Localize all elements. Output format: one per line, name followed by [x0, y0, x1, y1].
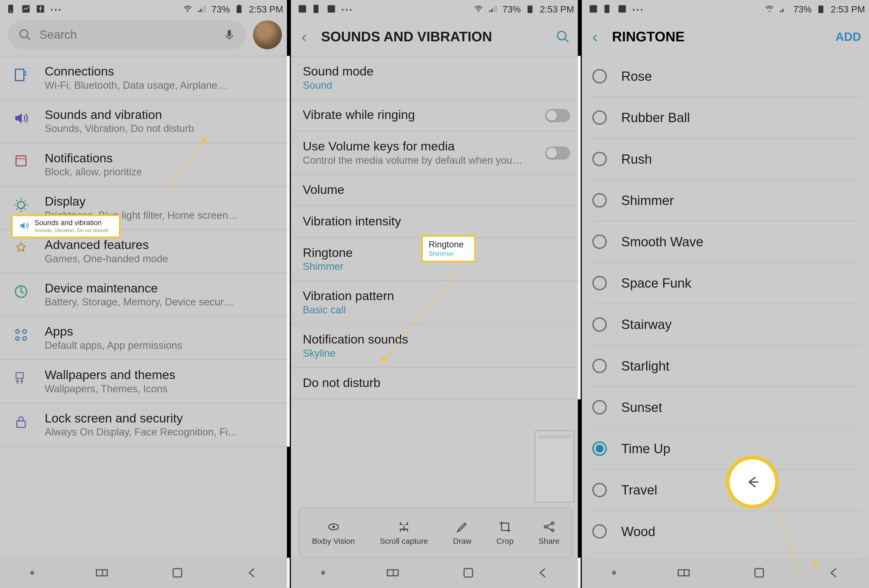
status-icon: [298, 4, 307, 14]
search-icon[interactable]: [556, 30, 570, 44]
radio[interactable]: [592, 110, 607, 125]
svg-rect-32: [495, 6, 497, 12]
apps-icon: [12, 324, 30, 351]
ringtone-option[interactable]: Stairway: [592, 304, 861, 345]
radio[interactable]: [592, 358, 607, 373]
wifi-icon: [473, 4, 483, 14]
recent-apps-icon[interactable]: [95, 566, 110, 580]
callout-sounds: Sounds and vibration Sounds, Vibration, …: [11, 215, 120, 238]
ringtone-option[interactable]: Wood: [592, 511, 861, 552]
status-bar: 73% 2:53 PM: [291, 0, 581, 18]
back-icon[interactable]: [245, 566, 260, 580]
sounds-list[interactable]: Sound modeSoundVibrate while ringingUse …: [291, 56, 581, 400]
svg-point-38: [544, 526, 547, 528]
radio[interactable]: [592, 234, 607, 249]
row-title: Advanced features: [45, 238, 279, 252]
ringtone-option[interactable]: Time Up: [592, 428, 861, 470]
recent-apps-icon[interactable]: [386, 566, 400, 580]
sounds-row[interactable]: Volume: [291, 175, 581, 206]
ringtone-list[interactable]: RoseRubber BallRushShimmerSmooth WaveSpa…: [582, 56, 869, 588]
tool-share[interactable]: Share: [538, 520, 559, 546]
ringtone-option[interactable]: Rubber Ball: [592, 97, 861, 139]
back-icon[interactable]: [827, 566, 841, 580]
sounds-row[interactable]: Notification soundsSkyline: [291, 324, 581, 368]
tool-crop[interactable]: Crop: [497, 520, 514, 546]
toggle[interactable]: [545, 146, 570, 160]
ringtone-label: Smooth Wave: [621, 234, 703, 249]
svg-rect-26: [314, 5, 319, 13]
settings-row-maintenance[interactable]: Device maintenanceBattery, Storage, Memo…: [0, 273, 290, 317]
callout-back-circle: [726, 456, 779, 508]
svg-rect-5: [198, 10, 200, 12]
row-title: Display: [45, 194, 279, 209]
ringtone-label: Rose: [621, 69, 652, 84]
row-title: Connections: [45, 64, 279, 79]
radio[interactable]: [592, 441, 607, 456]
radio[interactable]: [592, 317, 607, 332]
svg-rect-49: [755, 569, 763, 577]
settings-list[interactable]: ConnectionsWi-Fi, Bluetooth, Data usage,…: [0, 56, 290, 447]
home-icon[interactable]: [461, 566, 475, 580]
radio[interactable]: [592, 400, 607, 415]
svg-rect-33: [528, 6, 532, 13]
settings-row-notifications[interactable]: NotificationsBlock, allow, prioritize: [0, 143, 290, 187]
sounds-row[interactable]: Vibration intensity: [291, 206, 581, 238]
row-title: Volume: [303, 182, 570, 197]
back-icon[interactable]: ‹: [592, 28, 598, 46]
row-title: Vibration pattern: [303, 289, 570, 304]
add-button[interactable]: ADD: [835, 30, 861, 44]
svg-rect-44: [618, 5, 626, 13]
radio[interactable]: [592, 524, 607, 539]
ringtone-option[interactable]: Space Funk: [592, 263, 861, 304]
ringtone-option[interactable]: Shimmer: [592, 180, 861, 221]
avatar[interactable]: [253, 21, 282, 49]
search-input[interactable]: Search: [8, 21, 246, 49]
home-icon[interactable]: [170, 566, 184, 580]
ringtone-option[interactable]: Smooth Wave: [592, 221, 861, 263]
sounds-row[interactable]: Do not disturb: [291, 368, 581, 400]
screenshot-toolbar[interactable]: Bixby VisionScroll captureDrawCropShare: [299, 508, 573, 558]
radio[interactable]: [592, 483, 607, 498]
svg-rect-46: [780, 10, 781, 12]
sounds-row[interactable]: Use Volume keys for mediaControl the med…: [291, 131, 581, 175]
sounds-row[interactable]: Vibrate while ringing: [291, 100, 581, 131]
tool-bixby-vision[interactable]: Bixby Vision: [312, 520, 355, 546]
ringtone-label: Time Up: [621, 441, 670, 456]
back-icon[interactable]: ‹: [301, 28, 307, 46]
settings-row-wallpapers[interactable]: Wallpapers and themesWallpapers, Themes,…: [0, 360, 290, 403]
ringtone-option[interactable]: Starlight: [592, 345, 861, 387]
row-sub: Always On Display, Face Recognition, Fi…: [45, 427, 279, 438]
recent-apps-icon[interactable]: [677, 566, 691, 580]
toggle[interactable]: [545, 109, 570, 122]
search-placeholder: Search: [40, 28, 215, 41]
home-icon[interactable]: [752, 566, 766, 580]
radio[interactable]: [592, 69, 607, 83]
back-icon[interactable]: [536, 566, 550, 580]
callout-title: Ringtone: [429, 240, 464, 249]
ringtone-option[interactable]: Rose: [592, 56, 861, 97]
tool-draw[interactable]: Draw: [453, 520, 471, 546]
row-title: Lock screen and security: [45, 411, 279, 426]
mic-icon[interactable]: [223, 28, 236, 41]
screenshot-thumbnail[interactable]: [535, 430, 574, 502]
page-title: SOUNDS AND VIBRATION: [321, 29, 541, 45]
tool-scroll-capture[interactable]: Scroll capture: [380, 520, 428, 546]
svg-point-21: [23, 337, 26, 340]
radio[interactable]: [592, 193, 607, 208]
radio[interactable]: [592, 152, 607, 166]
clock-text: 2:53 PM: [249, 4, 283, 14]
ringtone-option[interactable]: Rush: [592, 139, 861, 180]
svg-point-45: [768, 10, 770, 12]
radio[interactable]: [592, 276, 607, 290]
settings-row-sound[interactable]: Sounds and vibrationSounds, Vibration, D…: [0, 100, 290, 143]
row-title: Vibration intensity: [303, 214, 570, 228]
svg-point-18: [16, 330, 19, 333]
settings-row-connections[interactable]: ConnectionsWi-Fi, Bluetooth, Data usage,…: [0, 56, 290, 100]
callout-sub: Sounds, Vibration, Do not disturb: [34, 228, 108, 233]
sound-icon: [12, 108, 30, 135]
sounds-row[interactable]: Vibration patternBasic call: [291, 281, 581, 324]
settings-row-lock[interactable]: Lock screen and securityAlways On Displa…: [0, 403, 290, 447]
ringtone-option[interactable]: Sunset: [592, 387, 861, 428]
settings-row-apps[interactable]: AppsDefault apps, App permissions: [0, 317, 290, 360]
sounds-row[interactable]: Sound modeSound: [291, 56, 581, 100]
